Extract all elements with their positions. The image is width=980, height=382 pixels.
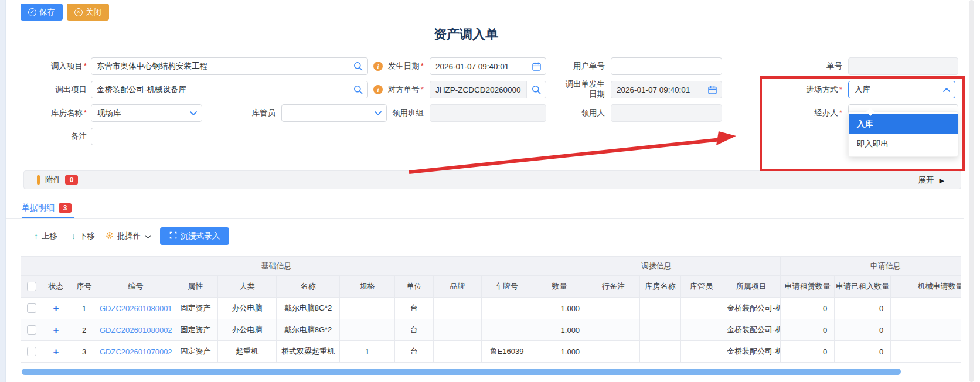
grid-header-checkbox-cell[interactable] — [21, 276, 42, 298]
grid-column-header: 属性 — [173, 276, 218, 298]
user-doc-no-input[interactable] — [611, 62, 722, 71]
chevron-down-icon — [190, 111, 197, 115]
transfer-out-project-input[interactable] — [91, 86, 353, 94]
user-doc-no-field[interactable] — [611, 57, 722, 75]
table-cell: 起重机 — [218, 341, 277, 363]
table-cell: 0 — [781, 341, 835, 363]
entry-mode-dropdown: 入库即入即出 — [848, 111, 958, 157]
row-status-cell[interactable]: + — [42, 298, 70, 319]
expand-toggle[interactable]: 展开 ▶ — [918, 171, 944, 190]
row-checkbox-cell[interactable] — [21, 341, 42, 363]
warehouse-keeper-label: 库管员 — [199, 104, 275, 122]
close-button-label: 关闭 — [86, 7, 101, 18]
warehouse-name-select[interactable]: 现场库 — [91, 104, 202, 122]
table-cell: 金桥装配公司-机 — [722, 298, 781, 319]
warehouse-name-label: 库房名称* — [11, 104, 87, 122]
batch-ops-button[interactable]: 批操作 — [106, 227, 151, 245]
table-cell — [891, 298, 961, 319]
doc-no-field — [848, 57, 958, 75]
asset-code-link[interactable]: GDZC202601070002 — [98, 341, 173, 363]
horizontal-scrollbar[interactable] — [22, 369, 901, 375]
out-doc-date-field — [611, 81, 722, 98]
row-checkbox-cell[interactable] — [21, 298, 42, 319]
search-icon[interactable] — [526, 81, 546, 98]
row-status-cell[interactable]: + — [42, 341, 70, 363]
attachments-bar[interactable]: 附件 0 展开 ▶ — [23, 170, 961, 189]
arrow-down-icon: ↓ — [72, 231, 76, 241]
requisition-person-label: 领用人 — [529, 104, 605, 122]
table-cell — [681, 341, 722, 363]
remark-field[interactable] — [91, 128, 957, 145]
close-button[interactable]: × 关闭 — [67, 4, 109, 21]
table-cell — [640, 298, 681, 319]
move-down-button[interactable]: ↓ 下移 — [72, 227, 95, 245]
table-cell — [434, 298, 482, 319]
grid-column-header: 序号 — [70, 276, 98, 298]
grid-column-header: 行备注 — [587, 276, 640, 298]
table-cell: 戴尔电脑8G*2 — [277, 298, 340, 319]
table-cell — [891, 341, 961, 363]
detail-grid-container: 基础信息调拨信息申请信息 状态序号编号属性大类名称规格单位品牌车牌号数量行备注库… — [21, 256, 961, 367]
partner-doc-no-label: 对方单号* — [348, 81, 424, 98]
attachments-label: 附件 — [45, 175, 61, 185]
detail-grid: 基础信息调拨信息申请信息 状态序号编号属性大类名称规格单位品牌车牌号数量行备注库… — [21, 256, 961, 363]
expand-row-icon[interactable]: + — [53, 346, 59, 357]
attachments-count-badge: 0 — [65, 175, 78, 185]
dropdown-option[interactable]: 入库 — [849, 114, 958, 134]
table-cell — [340, 298, 395, 319]
expand-row-icon[interactable]: + — [53, 325, 59, 336]
table-cell: 1 — [340, 341, 395, 363]
grid-column-header: 大类 — [218, 276, 277, 298]
user-doc-no-label: 用户单号 — [529, 57, 605, 75]
table-cell — [681, 319, 722, 341]
immersive-entry-button[interactable]: 沉浸式录入 — [160, 227, 229, 245]
close-circle-icon: × — [74, 8, 83, 16]
occur-date-input[interactable] — [430, 62, 532, 71]
table-row: +2GDZC202601080002固定资产办公电脑戴尔电脑8G*2台1.000… — [21, 319, 962, 341]
transfer-out-project-label: 调出项目 — [11, 81, 87, 98]
calendar-icon — [708, 86, 717, 94]
table-cell: 0 — [835, 341, 891, 363]
table-cell: 1.000 — [532, 298, 587, 319]
requisition-person-field — [611, 104, 722, 122]
grid-column-header: 数量 — [532, 276, 587, 298]
remark-label: 备注 — [11, 128, 87, 145]
table-cell — [482, 319, 532, 341]
row-checkbox-cell[interactable] — [21, 319, 42, 341]
save-button[interactable]: ✓ 保存 — [21, 4, 63, 21]
transfer-in-project-field[interactable] — [91, 57, 368, 75]
table-cell — [434, 341, 482, 363]
table-cell: 台 — [395, 319, 434, 341]
table-cell: 1 — [70, 298, 98, 319]
partner-doc-no-field[interactable] — [430, 81, 546, 98]
asset-code-link[interactable]: GDZC202601080002 — [98, 319, 173, 341]
row-checkbox[interactable] — [27, 325, 36, 335]
grid-body: +1GDZC202601080001固定资产办公电脑戴尔电脑8G*2台1.000… — [21, 298, 962, 363]
table-cell: 固定资产 — [173, 298, 218, 319]
grid-column-header: 编号 — [98, 276, 173, 298]
row-status-cell[interactable]: + — [42, 319, 70, 341]
dropdown-option[interactable]: 即入即出 — [849, 134, 958, 154]
table-row: +3GDZC202601070002固定资产起重机桥式双梁起重机1台鲁E1603… — [21, 341, 962, 363]
warehouse-name-value: 现场库 — [91, 108, 190, 118]
table-cell — [434, 319, 482, 341]
transfer-in-project-input[interactable] — [91, 62, 353, 71]
select-all-checkbox[interactable] — [27, 282, 36, 291]
row-checkbox[interactable] — [27, 303, 36, 313]
grid-group-header: 基础信息 — [21, 257, 532, 276]
remark-input[interactable] — [91, 132, 956, 141]
row-checkbox[interactable] — [27, 347, 36, 356]
fullscreen-brackets-icon — [169, 231, 177, 241]
move-up-label: 上移 — [42, 231, 57, 241]
table-cell: 3 — [70, 341, 98, 363]
table-cell: 台 — [395, 298, 434, 319]
vertical-scrollbar[interactable] — [969, 0, 974, 382]
entry-mode-select[interactable]: 入库 — [848, 81, 955, 98]
grid-column-header: 品牌 — [434, 276, 482, 298]
table-cell: 金桥装配公司-机 — [722, 341, 781, 363]
tab-detail[interactable]: 单据明细 3 — [22, 203, 72, 213]
transfer-out-project-field[interactable] — [91, 81, 368, 98]
move-up-button[interactable]: ↑ 上移 — [34, 227, 57, 245]
asset-code-link[interactable]: GDZC202601080001 — [98, 298, 173, 319]
expand-row-icon[interactable]: + — [53, 303, 59, 314]
